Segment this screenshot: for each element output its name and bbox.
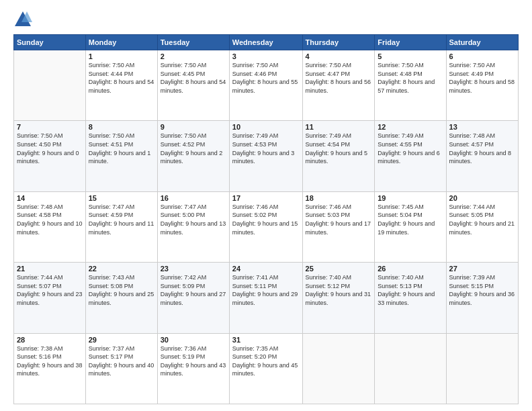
weekday-header-thursday: Thursday [302, 35, 375, 50]
logo-icon [13, 10, 32, 29]
calendar-cell: 30 Sunrise: 7:36 AMSunset: 5:19 PMDaylig… [157, 333, 229, 404]
page: SundayMondayTuesdayWednesdayThursdayFrid… [0, 0, 532, 411]
day-number: 31 [232, 336, 300, 344]
calendar-cell [302, 333, 375, 404]
day-number: 16 [161, 194, 226, 202]
day-detail: Sunrise: 7:47 AMSunset: 5:00 PMDaylight:… [161, 203, 226, 236]
weekday-header-row: SundayMondayTuesdayWednesdayThursdayFrid… [14, 35, 519, 50]
day-number: 25 [306, 265, 372, 273]
day-detail: Sunrise: 7:40 AMSunset: 5:13 PMDaylight:… [378, 273, 443, 307]
calendar-cell: 23 Sunrise: 7:42 AMSunset: 5:09 PMDaylig… [157, 263, 229, 333]
day-detail: Sunrise: 7:37 AMSunset: 5:17 PMDaylight:… [89, 345, 154, 378]
day-detail: Sunrise: 7:50 AMSunset: 4:51 PMDaylight:… [89, 132, 154, 165]
calendar-cell: 1 Sunrise: 7:50 AMSunset: 4:44 PMDayligh… [85, 50, 157, 121]
calendar-week-5: 28 Sunrise: 7:38 AMSunset: 5:16 PMDaylig… [14, 333, 519, 404]
day-number: 22 [89, 265, 154, 273]
calendar-cell: 19 Sunrise: 7:45 AMSunset: 5:04 PMDaylig… [375, 191, 446, 262]
weekday-header-friday: Friday [375, 35, 446, 50]
calendar-cell: 14 Sunrise: 7:48 AMSunset: 4:58 PMDaylig… [14, 191, 86, 262]
calendar-cell: 26 Sunrise: 7:40 AMSunset: 5:13 PMDaylig… [375, 263, 446, 333]
calendar-cell: 4 Sunrise: 7:50 AMSunset: 4:47 PMDayligh… [302, 50, 375, 121]
calendar-cell: 15 Sunrise: 7:47 AMSunset: 4:59 PMDaylig… [85, 191, 157, 262]
day-number: 6 [449, 52, 515, 60]
calendar-cell: 20 Sunrise: 7:44 AMSunset: 5:05 PMDaylig… [446, 191, 518, 262]
day-number: 7 [17, 123, 83, 131]
calendar-week-1: 1 Sunrise: 7:50 AMSunset: 4:44 PMDayligh… [14, 50, 519, 121]
day-number: 10 [232, 123, 300, 131]
day-number: 24 [232, 265, 300, 273]
day-detail: Sunrise: 7:48 AMSunset: 4:57 PMDaylight:… [449, 132, 515, 165]
day-detail: Sunrise: 7:36 AMSunset: 5:19 PMDaylight:… [161, 345, 226, 378]
calendar-cell: 6 Sunrise: 7:50 AMSunset: 4:49 PMDayligh… [446, 50, 518, 121]
day-detail: Sunrise: 7:50 AMSunset: 4:44 PMDaylight:… [89, 61, 154, 95]
day-detail: Sunrise: 7:42 AMSunset: 5:09 PMDaylight:… [161, 273, 226, 307]
day-number: 1 [89, 52, 154, 60]
day-detail: Sunrise: 7:50 AMSunset: 4:46 PMDaylight:… [232, 61, 300, 95]
day-detail: Sunrise: 7:44 AMSunset: 5:05 PMDaylight:… [449, 203, 515, 236]
day-detail: Sunrise: 7:45 AMSunset: 5:04 PMDaylight:… [378, 203, 443, 236]
calendar-cell: 24 Sunrise: 7:41 AMSunset: 5:11 PMDaylig… [229, 263, 302, 333]
calendar-cell: 22 Sunrise: 7:43 AMSunset: 5:08 PMDaylig… [85, 263, 157, 333]
calendar-cell: 10 Sunrise: 7:49 AMSunset: 4:53 PMDaylig… [229, 121, 302, 191]
day-detail: Sunrise: 7:35 AMSunset: 5:20 PMDaylight:… [232, 345, 300, 378]
day-number: 3 [232, 52, 300, 60]
calendar-cell: 31 Sunrise: 7:35 AMSunset: 5:20 PMDaylig… [229, 333, 302, 404]
calendar-cell: 18 Sunrise: 7:46 AMSunset: 5:03 PMDaylig… [302, 191, 375, 262]
day-detail: Sunrise: 7:41 AMSunset: 5:11 PMDaylight:… [232, 273, 300, 307]
calendar-body: 1 Sunrise: 7:50 AMSunset: 4:44 PMDayligh… [14, 50, 519, 404]
day-number: 2 [161, 52, 226, 60]
day-number: 19 [378, 194, 443, 202]
calendar-cell [446, 333, 518, 404]
day-number: 27 [449, 265, 515, 273]
calendar-cell: 2 Sunrise: 7:50 AMSunset: 4:45 PMDayligh… [157, 50, 229, 121]
day-number: 29 [89, 336, 154, 344]
day-number: 26 [378, 265, 443, 273]
day-detail: Sunrise: 7:40 AMSunset: 5:12 PMDaylight:… [306, 273, 372, 307]
weekday-header-tuesday: Tuesday [157, 35, 229, 50]
day-detail: Sunrise: 7:46 AMSunset: 5:02 PMDaylight:… [232, 203, 300, 236]
day-number: 23 [161, 265, 226, 273]
day-detail: Sunrise: 7:50 AMSunset: 4:47 PMDaylight:… [306, 61, 372, 95]
calendar-table: SundayMondayTuesdayWednesdayThursdayFrid… [13, 34, 519, 404]
day-number: 11 [306, 123, 372, 131]
calendar-cell: 7 Sunrise: 7:50 AMSunset: 4:50 PMDayligh… [14, 121, 86, 191]
day-detail: Sunrise: 7:39 AMSunset: 5:15 PMDaylight:… [449, 273, 515, 307]
day-detail: Sunrise: 7:49 AMSunset: 4:55 PMDaylight:… [378, 132, 443, 165]
day-number: 13 [449, 123, 515, 131]
day-detail: Sunrise: 7:46 AMSunset: 5:03 PMDaylight:… [306, 203, 372, 236]
calendar-cell: 11 Sunrise: 7:49 AMSunset: 4:54 PMDaylig… [302, 121, 375, 191]
calendar-week-2: 7 Sunrise: 7:50 AMSunset: 4:50 PMDayligh… [14, 121, 519, 191]
calendar-cell [375, 333, 446, 404]
calendar-cell: 3 Sunrise: 7:50 AMSunset: 4:46 PMDayligh… [229, 50, 302, 121]
logo [13, 10, 35, 29]
calendar-cell: 5 Sunrise: 7:50 AMSunset: 4:48 PMDayligh… [375, 50, 446, 121]
calendar-header: SundayMondayTuesdayWednesdayThursdayFrid… [14, 35, 519, 50]
weekday-header-saturday: Saturday [446, 35, 518, 50]
calendar-cell: 13 Sunrise: 7:48 AMSunset: 4:57 PMDaylig… [446, 121, 518, 191]
day-number: 21 [17, 265, 83, 273]
calendar-cell: 12 Sunrise: 7:49 AMSunset: 4:55 PMDaylig… [375, 121, 446, 191]
calendar-cell: 16 Sunrise: 7:47 AMSunset: 5:00 PMDaylig… [157, 191, 229, 262]
calendar-cell: 21 Sunrise: 7:44 AMSunset: 5:07 PMDaylig… [14, 263, 86, 333]
day-detail: Sunrise: 7:50 AMSunset: 4:52 PMDaylight:… [161, 132, 226, 165]
calendar-week-3: 14 Sunrise: 7:48 AMSunset: 4:58 PMDaylig… [14, 191, 519, 262]
day-detail: Sunrise: 7:50 AMSunset: 4:48 PMDaylight:… [378, 61, 443, 95]
day-number: 18 [306, 194, 372, 202]
day-detail: Sunrise: 7:50 AMSunset: 4:50 PMDaylight:… [17, 132, 83, 165]
day-detail: Sunrise: 7:47 AMSunset: 4:59 PMDaylight:… [89, 203, 154, 236]
day-number: 15 [89, 194, 154, 202]
day-number: 5 [378, 52, 443, 60]
day-number: 14 [17, 194, 83, 202]
calendar-week-4: 21 Sunrise: 7:44 AMSunset: 5:07 PMDaylig… [14, 263, 519, 333]
calendar-cell: 28 Sunrise: 7:38 AMSunset: 5:16 PMDaylig… [14, 333, 86, 404]
day-number: 12 [378, 123, 443, 131]
day-detail: Sunrise: 7:44 AMSunset: 5:07 PMDaylight:… [17, 273, 83, 307]
calendar-cell [14, 50, 86, 121]
day-detail: Sunrise: 7:49 AMSunset: 4:53 PMDaylight:… [232, 132, 300, 165]
weekday-header-wednesday: Wednesday [229, 35, 302, 50]
weekday-header-sunday: Sunday [14, 35, 86, 50]
header [13, 10, 519, 29]
day-number: 4 [306, 52, 372, 60]
weekday-header-monday: Monday [85, 35, 157, 50]
day-number: 8 [89, 123, 154, 131]
